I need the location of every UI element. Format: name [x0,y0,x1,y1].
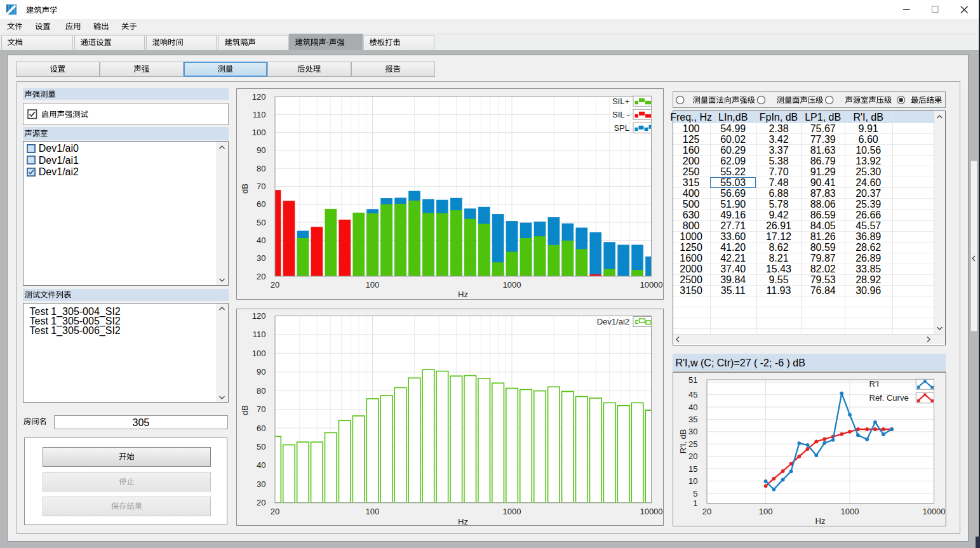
svg-text:110: 110 [253,110,266,119]
svg-text:R'I, dB: R'I, dB [678,429,687,453]
svg-text:25: 25 [688,439,697,448]
svg-text:80: 80 [257,164,265,173]
svg-text:30: 30 [257,479,265,488]
svg-text:Dev1/ai2: Dev1/ai2 [597,317,629,326]
svg-text:20: 20 [702,506,711,516]
svg-text:100: 100 [366,280,380,290]
svg-text:90: 90 [257,367,265,377]
svg-text:10000: 10000 [922,506,945,516]
svg-text:60: 60 [257,199,265,209]
svg-text:1000: 1000 [503,280,521,290]
svg-text:dB: dB [240,184,250,194]
svg-text:60: 60 [257,423,265,432]
svg-text:Hz: Hz [458,290,468,299]
svg-text:45: 45 [688,390,697,399]
svg-text:100: 100 [366,507,380,516]
svg-text:20: 20 [257,272,265,281]
svg-text:20: 20 [688,451,697,461]
svg-text:70: 70 [257,404,265,414]
svg-text:100: 100 [758,506,772,516]
svg-text:40: 40 [257,460,265,470]
svg-text:1: 1 [693,498,697,508]
svg-text:SIL -: SIL - [612,110,629,119]
svg-text:10000: 10000 [640,507,662,516]
svg-text:dB: dB [240,405,250,415]
svg-text:Hz: Hz [458,517,468,526]
svg-text:30: 30 [257,253,265,263]
svg-text:100: 100 [252,348,266,358]
svg-text:50: 50 [257,442,265,451]
svg-text:1000: 1000 [840,506,859,516]
svg-text:20: 20 [271,507,279,516]
svg-text:90: 90 [257,145,265,155]
svg-text:R'I: R'I [869,379,878,389]
svg-text:20: 20 [257,498,265,507]
svg-text:SIL+: SIL+ [612,97,629,106]
svg-text:Ref. Curve: Ref. Curve [869,393,908,403]
svg-text:40: 40 [688,402,697,411]
svg-text:5: 5 [693,488,697,498]
svg-text:10000: 10000 [640,280,662,290]
svg-text:40: 40 [257,236,265,245]
svg-text:51: 51 [688,375,697,384]
svg-text:10: 10 [688,476,697,486]
svg-text:Hz: Hz [815,516,825,525]
svg-text:120: 120 [252,92,266,102]
svg-text:50: 50 [257,218,265,227]
svg-text:30: 30 [688,427,697,436]
svg-text:15: 15 [688,464,697,473]
svg-text:1000: 1000 [503,507,521,516]
svg-text:110: 110 [253,330,266,339]
svg-text:100: 100 [252,128,266,137]
svg-text:20: 20 [271,280,279,290]
svg-text:35: 35 [688,414,697,424]
svg-text:70: 70 [257,182,265,191]
svg-text:80: 80 [257,385,265,395]
svg-text:120: 120 [252,311,266,321]
svg-text:SPL: SPL [614,123,629,133]
